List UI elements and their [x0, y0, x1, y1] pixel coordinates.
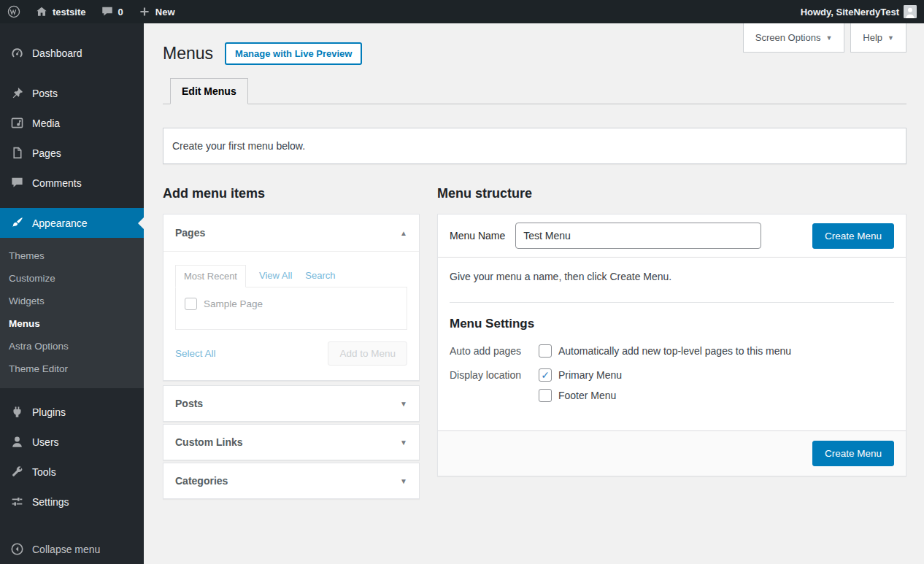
sidebar-item-plugins[interactable]: Plugins — [0, 397, 144, 427]
sidebar-item-pages[interactable]: Pages — [0, 138, 144, 168]
categories-accordion-title: Categories — [175, 475, 228, 487]
site-name: testsite — [53, 7, 86, 18]
select-all-link[interactable]: Select All — [175, 348, 216, 359]
new-content-menu[interactable]: New — [131, 0, 182, 23]
auto-add-pages-text: Automatically add new top-level pages to… — [558, 345, 791, 357]
menu-name-input[interactable] — [515, 223, 761, 249]
appearance-submenu: Themes Customize Widgets Menus Astra Opt… — [0, 238, 144, 388]
sidebar-item-users[interactable]: Users — [0, 427, 144, 457]
sidebar-item-label: Appearance — [32, 217, 88, 229]
check-icon: ✓ — [541, 370, 550, 380]
menu-structure-footer: Create Menu — [438, 430, 906, 476]
sidebar-item-tools[interactable]: Tools — [0, 457, 144, 487]
avatar — [904, 5, 917, 18]
sidebar-item-label: Plugins — [32, 406, 66, 418]
menu-structure-column: Menu structure Menu Name Create Menu Giv… — [437, 186, 906, 501]
screen-meta-links: Screen Options ▼ Help ▼ — [743, 23, 906, 53]
nav-tabs: Edit Menus — [163, 78, 906, 104]
sidebar-item-dashboard[interactable]: Dashboard — [0, 38, 144, 68]
home-icon — [35, 5, 48, 18]
sliders-icon — [10, 495, 24, 509]
submenu-item-themes[interactable]: Themes — [0, 244, 144, 267]
main-content: Screen Options ▼ Help ▼ Menus Manage wit… — [144, 23, 924, 564]
submenu-item-widgets[interactable]: Widgets — [0, 290, 144, 312]
help-label: Help — [863, 32, 882, 43]
paintbrush-icon — [10, 216, 24, 230]
howdy-text: Howdy, SiteNerdyTest — [801, 7, 899, 18]
chevron-down-icon: ▼ — [400, 400, 407, 408]
menu-settings-heading: Menu Settings — [450, 317, 894, 331]
comment-bubble-icon — [10, 176, 24, 190]
add-menu-items-heading: Add menu items — [163, 186, 420, 201]
manage-live-preview-button[interactable]: Manage with Live Preview — [225, 42, 362, 65]
admin-sidebar: Dashboard Posts Media Pages Comments App… — [0, 23, 144, 564]
pushpin-icon — [10, 86, 24, 100]
screen-options-label: Screen Options — [755, 32, 821, 43]
primary-menu-checkbox[interactable]: ✓ — [539, 368, 552, 382]
primary-menu-label: Primary Menu — [558, 369, 622, 381]
create-menu-button-top[interactable]: Create Menu — [812, 223, 894, 249]
submenu-item-customize[interactable]: Customize — [0, 267, 144, 290]
wordpress-logo-icon — [7, 5, 20, 18]
wordpress-logo-menu[interactable] — [0, 0, 28, 23]
custom-links-accordion-title: Custom Links — [175, 436, 243, 448]
admin-bar: testsite 0 New Howdy, SiteNerdyTest — [0, 0, 924, 23]
footer-menu-checkbox[interactable] — [539, 389, 552, 402]
sample-page-label: Sample Page — [204, 298, 263, 309]
new-label: New — [155, 7, 175, 18]
collapse-menu-button[interactable]: Collapse menu — [0, 534, 144, 564]
sidebar-item-label: Tools — [32, 466, 56, 478]
custom-links-accordion[interactable]: Custom Links ▼ — [163, 424, 420, 460]
page-title: Menus — [163, 43, 213, 65]
sidebar-item-label: Dashboard — [32, 47, 82, 59]
menu-name-label: Menu Name — [450, 230, 505, 242]
sidebar-item-media[interactable]: Media — [0, 108, 144, 138]
submenu-item-theme-editor[interactable]: Theme Editor — [0, 358, 144, 380]
auto-add-pages-row: Auto add pages Automatically add new top… — [450, 344, 894, 358]
display-location-row: Display location ✓ Primary Menu — [450, 368, 894, 402]
footer-menu-label: Footer Menu — [558, 390, 616, 401]
sidebar-item-label: Comments — [32, 177, 82, 189]
chevron-down-icon: ▼ — [825, 34, 832, 42]
tab-most-recent[interactable]: Most Recent — [175, 265, 246, 287]
primary-menu-option[interactable]: ✓ Primary Menu — [539, 368, 622, 382]
auto-add-pages-checkbox[interactable] — [539, 344, 552, 358]
sidebar-item-comments[interactable]: Comments — [0, 168, 144, 198]
sidebar-item-posts[interactable]: Posts — [0, 78, 144, 108]
menu-name-hint: Give your menu a name, then click Create… — [450, 258, 894, 302]
pages-metabox-body: Most Recent View All Search Sample Page … — [163, 252, 419, 380]
add-to-menu-button: Add to Menu — [328, 341, 407, 366]
comments-admin-bar-item[interactable]: 0 — [93, 0, 131, 23]
tab-edit-menus[interactable]: Edit Menus — [170, 78, 248, 104]
sidebar-item-label: Settings — [32, 496, 69, 508]
sidebar-item-settings[interactable]: Settings — [0, 487, 144, 517]
screen-options-button[interactable]: Screen Options ▼ — [743, 23, 845, 53]
auto-add-pages-option[interactable]: Automatically add new top-level pages to… — [539, 344, 791, 358]
sidebar-item-appearance[interactable]: Appearance — [0, 208, 144, 238]
site-name-menu[interactable]: testsite — [28, 0, 93, 23]
tab-view-all[interactable]: View All — [259, 265, 292, 287]
categories-accordion[interactable]: Categories ▼ — [163, 463, 420, 499]
sidebar-item-label: Media — [32, 117, 60, 129]
display-location-label: Display location — [450, 368, 539, 381]
add-menu-items-column: Add menu items Pages ▲ Most Recent View … — [163, 186, 420, 501]
posts-accordion[interactable]: Posts ▼ — [163, 385, 420, 422]
pages-tabs: Most Recent View All Search — [175, 265, 407, 287]
tab-search[interactable]: Search — [305, 265, 335, 287]
sample-page-checkbox[interactable] — [185, 298, 197, 310]
sidebar-item-label: Posts — [32, 88, 58, 99]
create-menu-button-bottom[interactable]: Create Menu — [812, 441, 894, 466]
chevron-up-icon: ▲ — [400, 229, 407, 237]
comment-count: 0 — [118, 7, 123, 18]
pages-accordion-header[interactable]: Pages ▲ — [163, 215, 419, 252]
submenu-item-astra-options[interactable]: Astra Options — [0, 335, 144, 358]
footer-menu-option[interactable]: Footer Menu — [539, 389, 622, 402]
account-menu[interactable]: Howdy, SiteNerdyTest — [793, 0, 924, 23]
submenu-item-menus[interactable]: Menus — [0, 312, 144, 335]
first-menu-notice: Create your first menu below. — [163, 128, 906, 164]
menu-structure-heading: Menu structure — [437, 186, 906, 201]
auto-add-pages-label: Auto add pages — [450, 344, 539, 357]
person-icon — [10, 435, 24, 449]
help-button[interactable]: Help ▼ — [850, 23, 906, 53]
sample-page-option[interactable]: Sample Page — [185, 298, 398, 310]
